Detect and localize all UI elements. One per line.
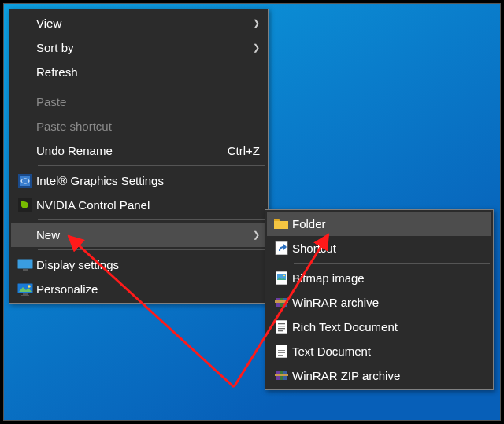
svg-rect-28 (278, 355, 283, 356)
submenu-item-label: Text Document (292, 345, 485, 358)
submenu-item-winrar-archive[interactable]: WinRAR archive (267, 290, 491, 315)
text-document-icon (270, 345, 292, 358)
menu-item-label: Display settings (36, 258, 260, 271)
chevron-right-icon: ❯ (253, 18, 260, 28)
svg-rect-18 (275, 300, 288, 303)
svg-rect-10 (21, 295, 29, 296)
svg-point-8 (28, 285, 31, 288)
svg-point-14 (283, 275, 284, 276)
svg-rect-20 (278, 323, 285, 324)
menu-item-refresh[interactable]: Refresh (11, 60, 266, 84)
menu-item-label: View (36, 17, 246, 30)
svg-rect-1 (20, 176, 30, 186)
menu-item-label: NVIDIA Control Panel (36, 198, 260, 212)
svg-rect-7 (17, 283, 33, 293)
submenu-item-text-document[interactable]: Text Document (267, 339, 491, 363)
menu-item-shortcut: Ctrl+Z (228, 144, 260, 157)
menu-item-label: Sort by (36, 41, 246, 54)
menu-item-label: Intel® Graphics Settings (36, 174, 260, 187)
svg-rect-24 (276, 345, 287, 358)
submenu-item-label: Rich Text Document (292, 320, 485, 334)
svg-rect-19 (276, 320, 287, 334)
chevron-right-icon: ❯ (253, 42, 260, 53)
submenu-item-label: WinRAR ZIP archive (292, 369, 485, 382)
rtf-icon (270, 320, 292, 334)
svg-rect-6 (21, 271, 29, 271)
menu-item-new[interactable]: New ❯ (11, 223, 266, 247)
svg-rect-32 (275, 374, 288, 376)
display-settings-icon (14, 259, 36, 271)
folder-icon (270, 218, 292, 230)
context-menu: View ❯ Sort by ❯ Refresh Paste Paste sho… (9, 9, 269, 304)
menu-item-label: Undo Rename (36, 144, 218, 157)
menu-item-paste: Paste (11, 90, 266, 114)
nvidia-icon (14, 198, 36, 212)
svg-rect-4 (17, 259, 33, 269)
submenu-item-label: Shortcut (292, 241, 485, 255)
menu-item-paste-shortcut: Paste shortcut (11, 114, 266, 138)
bitmap-icon (270, 271, 292, 285)
menu-item-label: Personalize (36, 282, 260, 296)
menu-item-intel-graphics[interactable]: Intel® Graphics Settings (11, 168, 266, 193)
menu-item-label: New (36, 228, 246, 241)
svg-rect-26 (278, 350, 285, 351)
menu-item-view[interactable]: View ❯ (11, 11, 266, 35)
menu-item-display-settings[interactable]: Display settings (11, 253, 266, 277)
submenu-item-label: Folder (292, 217, 485, 230)
menu-item-sort-by[interactable]: Sort by ❯ (11, 35, 266, 60)
chevron-right-icon: ❯ (253, 230, 260, 240)
svg-rect-21 (278, 326, 285, 326)
submenu-item-label: Bitmap image (292, 271, 485, 285)
menu-item-label: Paste (36, 95, 260, 109)
submenu-item-bitmap-image[interactable]: Bitmap image (267, 266, 491, 290)
submenu-item-folder[interactable]: Folder (267, 212, 491, 236)
submenu-item-label: WinRAR archive (292, 296, 485, 309)
winrar-zip-icon (270, 370, 292, 382)
svg-rect-9 (23, 293, 28, 295)
menu-item-nvidia-control-panel[interactable]: NVIDIA Control Panel (11, 193, 266, 217)
personalize-icon (14, 283, 36, 296)
svg-rect-25 (278, 348, 285, 348)
submenu-item-shortcut[interactable]: Shortcut (267, 236, 491, 260)
menu-separator (294, 263, 490, 264)
shortcut-icon (270, 241, 292, 255)
menu-item-personalize[interactable]: Personalize (11, 277, 266, 301)
menu-separator (38, 165, 265, 166)
submenu-item-rich-text-document[interactable]: Rich Text Document (267, 315, 491, 339)
submenu-item-winrar-zip-archive[interactable]: WinRAR ZIP archive (267, 363, 491, 388)
menu-item-label: Refresh (36, 65, 260, 79)
submenu-new: Folder Shortcut Bitmap image WinRAR arch… (265, 209, 494, 390)
menu-separator (38, 249, 265, 250)
svg-rect-22 (278, 328, 285, 329)
menu-separator (38, 219, 265, 220)
desktop-background: View ❯ Sort by ❯ Refresh Paste Paste sho… (3, 3, 501, 421)
svg-rect-23 (278, 330, 283, 331)
menu-item-undo-rename[interactable]: Undo Rename Ctrl+Z (11, 138, 266, 163)
menu-item-label: Paste shortcut (36, 120, 260, 133)
intel-icon (14, 174, 36, 188)
winrar-icon (270, 297, 292, 308)
svg-rect-5 (23, 269, 28, 271)
menu-separator (38, 87, 265, 87)
svg-rect-27 (278, 352, 285, 353)
